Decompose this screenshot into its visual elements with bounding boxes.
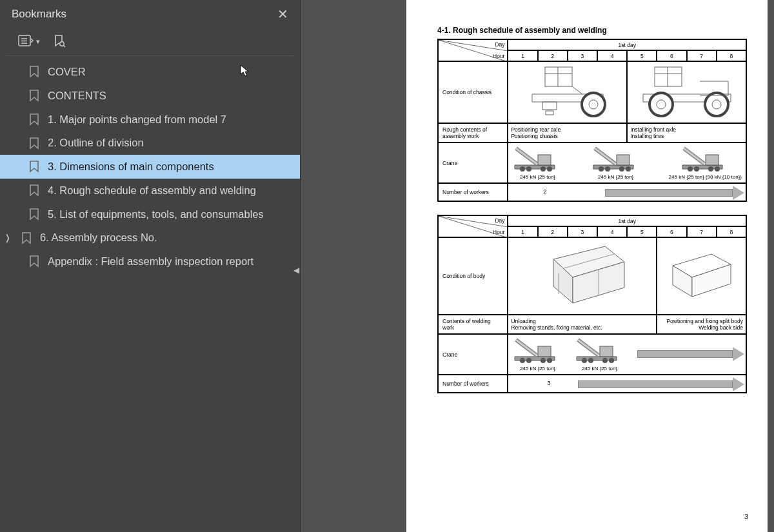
bookmark-label: CONTENTS xyxy=(48,88,106,104)
svg-rect-8 xyxy=(545,67,572,86)
expand-chevron-icon[interactable]: ❯ xyxy=(5,232,12,244)
svg-rect-14 xyxy=(546,111,553,115)
svg-point-55 xyxy=(588,358,593,363)
svg-point-36 xyxy=(715,166,720,172)
outline-options-icon[interactable] xyxy=(18,34,34,49)
bookmark-label: Appendix : Field assembly inspection rep… xyxy=(48,253,253,270)
bookmark-item[interactable]: ❯6. Assembly process No. xyxy=(0,226,300,250)
svg-rect-53 xyxy=(538,346,551,357)
bookmark-item[interactable]: 3. Dimensions of main components xyxy=(0,155,300,179)
bookmark-label: 4. Rough schedule of assembly and weldin… xyxy=(48,182,256,199)
svg-rect-58 xyxy=(600,346,613,357)
bookmark-item[interactable]: CONTENTS xyxy=(0,84,300,108)
weld-right: Positioning and fixing split bodyWelding… xyxy=(657,315,746,334)
row-label: Crane xyxy=(438,334,508,375)
svg-rect-13 xyxy=(542,102,557,110)
bookmark-item[interactable]: 1. Major points changed from model 7 xyxy=(0,108,300,132)
svg-point-29 xyxy=(605,166,610,172)
corner-hour-label: Hour xyxy=(493,229,504,235)
svg-line-5 xyxy=(63,45,65,47)
find-bookmark-icon[interactable] xyxy=(52,34,67,49)
svg-point-11 xyxy=(582,93,605,116)
hour-cell: 6 xyxy=(657,226,686,237)
svg-point-51 xyxy=(541,358,546,363)
hour-cell: 7 xyxy=(687,50,717,61)
crane-row: 245 kN {25 ton} 245 kN {25 ton} 245 kN {… xyxy=(508,143,746,183)
svg-point-21 xyxy=(705,93,728,116)
crane-caption: 245 kN {25 ton} xyxy=(591,174,641,180)
bookmark-item[interactable]: 4. Rough schedule of assembly and weldin… xyxy=(0,179,300,202)
svg-point-19 xyxy=(650,93,673,116)
collapse-panel-icon[interactable]: ◀ xyxy=(292,261,301,279)
bookmark-icon xyxy=(28,89,40,102)
crane-row: 245 kN {25 ton} 245 kN {25 ton} xyxy=(508,334,746,375)
bookmark-icon xyxy=(28,65,40,78)
body-illustration-b xyxy=(657,237,746,315)
weld-left: UnloadingRemoving stands, fixing materia… xyxy=(508,315,657,334)
row-label: Condition of chassis xyxy=(438,61,508,123)
bookmark-item[interactable]: COVER xyxy=(0,60,300,84)
hour-cell: 5 xyxy=(627,50,657,61)
bookmarks-panel: Bookmarks ✕ ▾ COVERCONTENTS1. Major poin… xyxy=(0,0,301,532)
row-label: Contents of welding work xyxy=(438,315,508,334)
svg-point-23 xyxy=(520,166,525,172)
corner-hour-label: Hour xyxy=(493,53,504,59)
bookmark-label: 1. Major points changed from model 7 xyxy=(48,112,226,128)
row-label: Number of workers xyxy=(438,183,508,201)
hour-cell: 7 xyxy=(687,226,717,237)
svg-point-49 xyxy=(520,358,525,363)
bookmark-item[interactable]: 2. Outline of division xyxy=(0,131,300,155)
svg-rect-27 xyxy=(538,155,551,165)
svg-point-31 xyxy=(626,166,631,172)
close-icon[interactable]: ✕ xyxy=(277,6,288,22)
hour-cell: 3 xyxy=(568,50,597,61)
svg-line-15 xyxy=(572,86,582,94)
svg-point-52 xyxy=(547,358,552,363)
dropdown-caret-icon[interactable]: ▾ xyxy=(36,37,40,46)
bookmark-label: 5. List of equipments, tools, and consum… xyxy=(48,206,264,222)
bookmark-item[interactable]: 5. List of equipments, tools, and consum… xyxy=(0,202,300,226)
workers-row: 2 xyxy=(508,183,746,201)
bookmark-list: COVERCONTENTS1. Major points changed fro… xyxy=(0,56,300,277)
row-label: Condition of body xyxy=(438,237,508,315)
crane-caption: 245 kN {25 ton} xyxy=(512,366,562,371)
svg-point-26 xyxy=(547,166,552,172)
svg-point-30 xyxy=(619,166,624,172)
hour-cell: 1 xyxy=(508,50,537,61)
page-number: 3 xyxy=(744,513,748,520)
panel-title: Bookmarks xyxy=(12,8,66,21)
body-illustration-a xyxy=(508,237,657,315)
workers-count: 3 xyxy=(547,380,550,386)
hour-cell: 4 xyxy=(597,50,627,61)
bookmark-icon xyxy=(28,255,40,268)
bookmark-icon xyxy=(28,113,40,126)
crane-caption: 245 kN {25 ton} (98 kN {10 ton}) xyxy=(669,174,742,180)
svg-point-35 xyxy=(708,166,713,172)
day-header: 1st day xyxy=(508,39,746,50)
svg-point-4 xyxy=(60,42,64,46)
svg-point-54 xyxy=(582,358,587,363)
assembly-right: Installing front axleInstalling tires xyxy=(627,123,746,143)
workers-row: 3 xyxy=(508,375,746,393)
corner-day-label: Day xyxy=(495,217,504,224)
svg-rect-32 xyxy=(617,155,630,165)
hour-cell: 6 xyxy=(657,50,686,61)
svg-rect-37 xyxy=(706,155,719,165)
bookmark-label: 6. Assembly process No. xyxy=(40,230,157,246)
svg-point-24 xyxy=(526,166,531,172)
pdf-page: 4-1. Rough schedule of assembly and weld… xyxy=(406,0,768,532)
svg-point-33 xyxy=(688,166,693,172)
schedule-table-1: Day Hour 1st day 12345678 Condition of c… xyxy=(437,39,747,202)
bookmark-icon xyxy=(21,232,32,244)
chassis-illustration-b xyxy=(627,61,746,123)
bookmark-icon xyxy=(28,208,40,221)
row-label: Number of workers xyxy=(438,375,508,393)
document-viewer[interactable]: 4-1. Rough schedule of assembly and weld… xyxy=(301,0,774,532)
svg-rect-16 xyxy=(655,67,682,86)
bookmark-item[interactable]: Appendix : Field assembly inspection rep… xyxy=(0,250,300,273)
corner-day-label: Day xyxy=(495,41,504,48)
hour-cell: 5 xyxy=(627,226,657,237)
hour-cell: 2 xyxy=(538,50,568,61)
svg-point-57 xyxy=(609,358,614,363)
row-label: Rough contents of assembly work xyxy=(438,123,508,143)
